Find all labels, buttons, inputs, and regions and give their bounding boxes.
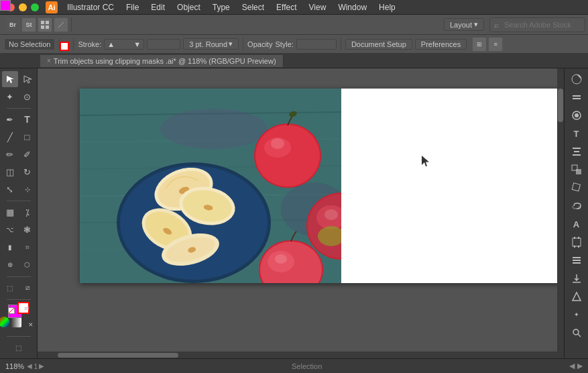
type-panel-button[interactable]: A: [569, 216, 585, 232]
search-panel-button[interactable]: [569, 325, 585, 341]
h-scroll-thumb[interactable]: [58, 353, 178, 358]
zoom-level: 118%: [5, 362, 24, 370]
menu-bar: Ai Illustrator CC File Edit Object Type …: [0, 0, 588, 15]
align-panel-button[interactable]: [569, 144, 585, 160]
svg-point-64: [573, 329, 579, 335]
menu-type[interactable]: Type: [207, 1, 235, 13]
v-scroll-thumb[interactable]: [558, 89, 563, 122]
zoom-next-button[interactable]: ▶: [39, 362, 44, 370]
svg-line-4: [9, 308, 14, 313]
swap-colors-icon[interactable]: ⇌: [24, 305, 30, 311]
shape-builder-tool[interactable]: ⊕: [2, 257, 18, 273]
layers-panel-button[interactable]: [569, 252, 585, 268]
asset-export-button[interactable]: [569, 270, 585, 286]
gradient-swatch-icon[interactable]: [11, 317, 21, 327]
menu-illustrator[interactable]: Illustrator CC: [62, 1, 119, 13]
puppet-tool[interactable]: ⊹: [19, 181, 36, 197]
menu-object[interactable]: Object: [172, 1, 206, 13]
stroke-options-button[interactable]: 3 pt. Round ▾: [183, 38, 239, 50]
screen-mode-icon[interactable]: ⬚: [11, 339, 27, 356]
canvas-background: [38, 68, 564, 358]
stroke-width-input[interactable]: ▲ ▼: [104, 39, 144, 50]
rect-tool[interactable]: □: [19, 129, 36, 145]
eraser-tool[interactable]: ◫: [2, 164, 18, 180]
stroke-style-preview: [147, 39, 180, 50]
svg-rect-49: [574, 151, 579, 152]
menu-edit[interactable]: Edit: [145, 1, 170, 13]
top-toolbar: Br St Layout ▾ ⌕: [0, 15, 588, 35]
stroke-label: Stroke:: [78, 40, 101, 48]
document-setup-button[interactable]: Document Setup: [345, 39, 412, 50]
type-tool[interactable]: T: [19, 111, 36, 127]
none-swatch-icon[interactable]: ✕: [23, 317, 39, 333]
transform-panel-button[interactable]: [569, 180, 585, 196]
canvas-area[interactable]: [38, 68, 564, 358]
search-input[interactable]: [500, 19, 581, 30]
text-panel-button[interactable]: T: [569, 125, 585, 142]
gradient-tool[interactable]: ▦: [2, 205, 18, 221]
style-dropdown[interactable]: [296, 39, 337, 50]
svg-point-47: [575, 113, 579, 117]
svg-point-29: [255, 125, 320, 186]
direct-selection-tool[interactable]: [19, 71, 36, 87]
none-color-icon[interactable]: [8, 307, 15, 314]
eyedropper-tool[interactable]: ⁒: [19, 205, 36, 221]
nav-next-button[interactable]: ▶: [577, 362, 583, 370]
symbol-tool[interactable]: ❃: [19, 222, 36, 238]
stroke-panel-button[interactable]: [569, 89, 585, 105]
appearance-panel-button[interactable]: [569, 107, 585, 123]
v-scrollbar[interactable]: [557, 68, 564, 358]
library-panel-button[interactable]: [569, 288, 585, 305]
mesh-tool[interactable]: ⌗: [19, 239, 36, 256]
menu-view[interactable]: View: [304, 1, 332, 13]
menu-help[interactable]: Help: [373, 1, 401, 13]
blend-tool[interactable]: ⌥: [2, 222, 18, 238]
br-icon[interactable]: Br: [5, 17, 20, 32]
pencil-tool[interactable]: ✐: [19, 146, 36, 162]
graph-tool[interactable]: ▮: [2, 239, 18, 256]
toolbar-collapse-icon[interactable]: ≡: [488, 37, 503, 52]
h-scrollbar[interactable]: [38, 352, 557, 358]
magic-wand-tool[interactable]: ✦: [2, 89, 18, 105]
maximize-button[interactable]: [31, 3, 39, 11]
menu-effect[interactable]: Effect: [271, 1, 302, 13]
document-tab[interactable]: × Trim objects using clipping masks .ai*…: [40, 55, 284, 67]
layout-button[interactable]: Layout ▾: [444, 18, 484, 31]
pen-icon[interactable]: [54, 17, 68, 32]
minimize-button[interactable]: [19, 3, 27, 11]
status-bar: 118% ◀ 1 ▶ Selection ◀ ▶: [0, 358, 588, 373]
pen-tool[interactable]: ✒: [2, 111, 18, 127]
menu-file[interactable]: File: [121, 1, 144, 13]
color-mode-icon[interactable]: [0, 317, 9, 327]
preferences-button[interactable]: Preferences: [415, 39, 467, 50]
image-content: [80, 89, 341, 283]
menu-select[interactable]: Select: [237, 1, 270, 13]
menu-window[interactable]: Window: [333, 1, 372, 13]
line-tool[interactable]: ╱: [2, 129, 18, 145]
fill-color-swatch[interactable]: [0, 0, 11, 11]
ai-panel-button[interactable]: ✦: [569, 307, 585, 323]
artboard[interactable]: [80, 89, 564, 283]
artboard-tool[interactable]: ⬚: [2, 280, 18, 296]
svg-rect-44: [573, 95, 581, 97]
grid-icon[interactable]: [38, 17, 52, 32]
toolbar-options-icon[interactable]: ⊞: [472, 37, 487, 52]
color-panel-button[interactable]: [569, 71, 585, 87]
tab-close-icon[interactable]: ×: [47, 57, 51, 64]
live-paint-tool[interactable]: ⬡: [19, 257, 36, 273]
nav-prev-button[interactable]: ◀: [569, 362, 575, 370]
scale-tool[interactable]: ⤡: [2, 181, 18, 197]
artboard-panel-button[interactable]: [569, 234, 585, 250]
selection-tools: [2, 71, 36, 87]
slice-tool[interactable]: ⧄: [19, 280, 36, 296]
links-panel-button[interactable]: [569, 198, 585, 214]
lasso-tool[interactable]: ⊙: [19, 89, 36, 105]
paintbrush-tool[interactable]: ✏: [2, 146, 18, 162]
st-icon[interactable]: St: [21, 17, 36, 32]
zoom-prev-button[interactable]: ◀: [27, 362, 32, 370]
selection-tool[interactable]: [2, 71, 18, 87]
svg-rect-45: [573, 98, 581, 99]
rotate-tool[interactable]: ↻: [19, 164, 36, 180]
stroke-color-swatch[interactable]: [60, 42, 69, 51]
pathfinder-panel-button[interactable]: [569, 162, 585, 178]
